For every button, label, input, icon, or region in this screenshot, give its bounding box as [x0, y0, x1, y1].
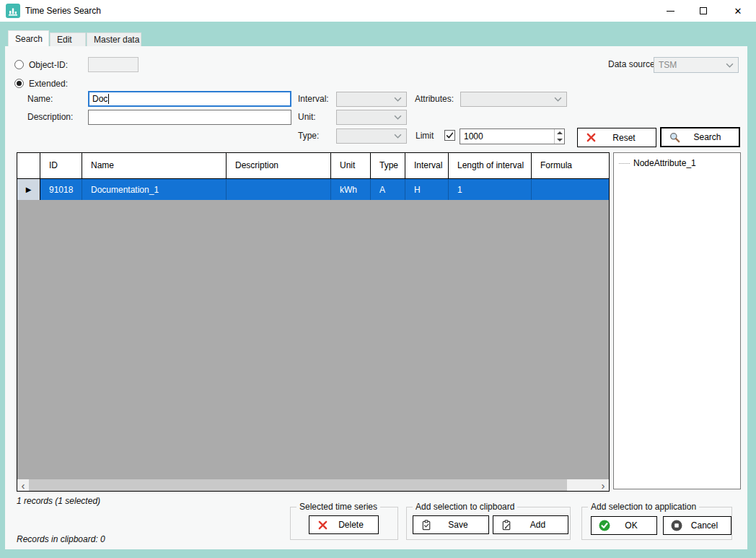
limit-checkbox[interactable] [444, 130, 455, 141]
grid-header: ID Name Description Unit Type Interval L… [17, 153, 609, 179]
object-id-input[interactable] [88, 57, 139, 72]
clipboard-group-title: Add selection to clipboard [413, 502, 517, 512]
add-label: Add [530, 520, 545, 530]
column-header-unit[interactable]: Unit [331, 153, 371, 178]
up-arrow-icon [557, 131, 563, 134]
interval-select[interactable] [336, 92, 407, 107]
cell-description[interactable] [227, 179, 331, 200]
records-status: 1 records (1 selected) [17, 496, 100, 506]
scroll-right-button[interactable]: › [597, 479, 609, 491]
description-label: Description: [27, 110, 73, 124]
cell-unit[interactable]: kWh [331, 179, 371, 200]
minimize-button[interactable] [654, 0, 687, 22]
cell-id[interactable]: 91018 [40, 179, 82, 200]
check-icon [446, 131, 454, 139]
column-header-length-of-interval[interactable]: Length of interval [449, 153, 532, 178]
column-header-name[interactable]: Name [82, 153, 227, 178]
clipboard-group: Add selection to clipboard Save Add [406, 507, 571, 540]
object-id-label: Object-ID: [29, 58, 68, 72]
chevron-down-icon [726, 63, 734, 68]
data-source-value: TSM [659, 60, 677, 70]
object-id-radio[interactable] [14, 60, 24, 69]
red-x-icon [585, 132, 597, 144]
column-header-formula[interactable]: Formula [532, 153, 609, 178]
clipboard-status: Records in clipboard: 0 [17, 534, 105, 544]
selected-time-series-group: Selected time series Delete [290, 507, 398, 540]
window-title: Time Series Search [25, 0, 101, 22]
node-attribute-tree: NodeAttribute_1 [613, 152, 741, 489]
scroll-left-button[interactable]: ‹ [17, 479, 29, 491]
tree-item-node-attribute[interactable]: NodeAttribute_1 [614, 153, 740, 168]
scroll-left-icon: ‹ [22, 480, 25, 491]
save-label: Save [448, 520, 467, 530]
scrollbar-track[interactable] [29, 479, 597, 491]
name-input[interactable]: Doc [88, 91, 291, 107]
reset-button[interactable]: Reset [577, 128, 656, 147]
application-group-title: Add selection to application [588, 502, 699, 512]
unit-label: Unit: [298, 110, 316, 124]
attributes-select[interactable] [460, 92, 567, 107]
cell-name[interactable]: Documentation_1 [82, 179, 227, 200]
data-source-label: Data source: [608, 57, 657, 71]
tab-master-data[interactable]: Master data [87, 32, 141, 46]
clipboard-edit-icon [501, 519, 512, 531]
row-selector-header[interactable] [17, 153, 40, 178]
column-header-id[interactable]: ID [40, 153, 82, 178]
ok-button[interactable]: OK [591, 516, 657, 535]
table-row[interactable]: ▶ 91018 Documentation_1 kWh A H 1 [17, 179, 609, 200]
description-input[interactable] [88, 110, 291, 125]
extended-radio[interactable] [14, 79, 24, 88]
chevron-down-icon [394, 115, 402, 120]
minimize-icon [667, 11, 674, 12]
limit-spinner[interactable]: 1000 [460, 128, 565, 144]
data-source-select[interactable]: TSM [654, 57, 739, 73]
row-pointer-icon: ▶ [26, 186, 32, 193]
column-header-interval[interactable]: Interval [405, 153, 449, 178]
cell-type[interactable]: A [371, 179, 405, 200]
app-window: Time Series Search ✕ Search Edit Master … [0, 0, 756, 558]
titlebar: Time Series Search ✕ [0, 0, 756, 22]
stop-circle-icon [671, 520, 682, 531]
column-header-description[interactable]: Description [227, 153, 331, 178]
cancel-button[interactable]: Cancel [663, 516, 731, 535]
tree-item-label: NodeAttribute_1 [633, 158, 696, 168]
chevron-down-icon [394, 97, 402, 102]
search-button[interactable]: Search [660, 127, 740, 147]
horizontal-scrollbar[interactable]: ‹ › [17, 479, 609, 491]
tab-search[interactable]: Search [8, 30, 49, 46]
tree-branch-line [619, 163, 630, 164]
unit-select[interactable] [336, 110, 407, 125]
clipboard-check-icon [421, 519, 432, 531]
tab-edit[interactable]: Edit [50, 32, 86, 46]
chevron-down-icon [554, 97, 562, 102]
maximize-button[interactable] [687, 0, 720, 22]
cell-length-of-interval[interactable]: 1 [449, 179, 532, 200]
close-button[interactable]: ✕ [720, 0, 756, 22]
limit-value[interactable]: 1000 [460, 129, 554, 144]
delete-button[interactable]: Delete [309, 515, 379, 534]
name-label: Name: [27, 92, 53, 106]
search-label: Search [693, 132, 721, 142]
reset-label: Reset [612, 133, 635, 143]
cell-interval[interactable]: H [405, 179, 449, 200]
save-button[interactable]: Save [413, 515, 489, 534]
column-header-type[interactable]: Type [371, 153, 405, 178]
ok-label: OK [625, 520, 637, 531]
cancel-label: Cancel [691, 520, 718, 531]
scrollbar-thumb[interactable] [29, 479, 567, 491]
delete-label: Delete [338, 520, 364, 530]
row-selector-cell[interactable]: ▶ [17, 179, 40, 200]
application-group: Add selection to application OK Cancel [581, 507, 732, 540]
interval-label: Interval: [298, 92, 329, 106]
tab-edit-label: Edit [57, 35, 72, 45]
cell-formula[interactable] [532, 179, 609, 200]
spinner-down-button[interactable] [555, 136, 564, 144]
close-icon: ✕ [734, 6, 742, 17]
type-select[interactable] [336, 128, 407, 144]
green-check-icon [599, 520, 610, 531]
add-button[interactable]: Add [493, 515, 568, 534]
limit-label: Limit [416, 128, 434, 143]
spinner-up-button[interactable] [555, 129, 564, 136]
maximize-icon [700, 7, 707, 14]
app-logo-icon [6, 4, 20, 18]
